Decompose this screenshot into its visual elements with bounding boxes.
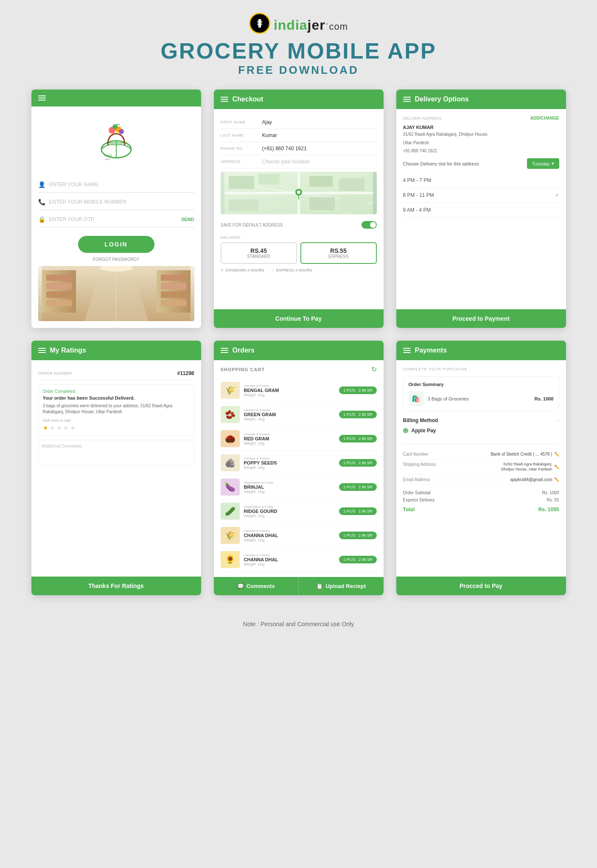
ratings-hamburger-icon[interactable] <box>38 348 46 353</box>
last-name-label: LAST NAME <box>221 133 259 137</box>
phone-value[interactable]: (+91) 860 740 1621 <box>262 146 377 151</box>
svg-rect-1 <box>257 21 262 22</box>
otp-field[interactable]: 🔒 ENTER YOUR OTP SEND <box>38 212 194 227</box>
item-6-image: 🥒 <box>221 503 240 520</box>
card-number-value: Bank of Sketch Credit ( ... 4578 ) ✏️ <box>490 452 559 456</box>
item-3-image: 🌰 <box>221 430 240 447</box>
upload-icon: 📋 <box>316 583 323 589</box>
name-field[interactable]: 👤 ENTER YOUR NAME <box>38 177 194 193</box>
shipping-address-value: 31/62 Rawli Agra Rakabganj, Dholpur Hous… <box>489 462 559 472</box>
address-line1: 31/62 Rawli Agra Rakabganj, Dholpur Hous… <box>403 132 559 137</box>
item-6-details: Vegetables & Fruits RIDGE GOURD Weight: … <box>244 505 335 518</box>
phone-label: PHONE NO <box>221 146 259 151</box>
send-button[interactable]: SEND <box>181 217 194 222</box>
item-6-category: Vegetables & Fruits <box>244 505 335 509</box>
standard-delivery-option[interactable]: RS.45 STANDARD <box>221 242 297 264</box>
proceed-to-payment-button[interactable]: Proceed to Payment <box>396 309 566 328</box>
save-default-toggle[interactable] <box>362 221 377 229</box>
subtotal-value: Rs. 1000 <box>542 490 559 495</box>
ratings-screen: My Ratings ORDER NUMBER #11298 Order Com… <box>31 341 201 595</box>
time-slot-2[interactable]: 8 PM - 11 PM ✓ <box>403 188 559 203</box>
address-value[interactable]: Choose your location <box>262 159 377 165</box>
time-slot-3[interactable]: 9 AM - 4 PM <box>403 203 559 218</box>
store-background <box>38 266 194 321</box>
billing-title-text: Billing Method <box>403 417 438 423</box>
item-5-category: Vegetables & Fruits <box>244 481 335 484</box>
checkout-header: Checkout <box>214 90 384 109</box>
refresh-icon[interactable]: ↻ <box>371 365 377 373</box>
deliver-address-label: DELIVER ADDRESS <box>403 116 442 120</box>
store-aisle-image <box>38 266 194 321</box>
comments-button[interactable]: 💬 Comments <box>214 577 299 595</box>
ratings-title: My Ratings <box>50 347 86 354</box>
shipping-address-row: Shipping Address 31/62 Rawli Agra Rakabg… <box>403 459 559 475</box>
comments-box[interactable]: Additional Comments <box>38 440 194 465</box>
item-1-name: BENGAL GRAM <box>244 388 335 393</box>
express-price: RS.55 <box>306 247 372 254</box>
payments-title: Payments <box>415 347 447 354</box>
billing-method-section: Billing Method › Apple Pay <box>403 417 559 444</box>
upload-label: Upload Reciept <box>325 583 366 589</box>
item-4-image: 🪨 <box>221 454 240 471</box>
time-slot-1[interactable]: 4 PM - 7 PM <box>403 173 559 188</box>
last-name-value[interactable]: Kumar <box>262 132 377 138</box>
star-1[interactable]: ★ <box>43 424 48 431</box>
delivery-hamburger-icon[interactable] <box>403 97 411 102</box>
proceed-to-pay-button[interactable]: Procced to Pay <box>396 577 566 595</box>
card-edit-icon[interactable]: ✏️ <box>554 452 559 456</box>
time-slot-1-label: 4 PM - 7 PM <box>403 177 432 183</box>
time-slot-3-label: 9 AM - 4 PM <box>403 207 431 213</box>
express-check-icon: ✓ <box>271 268 275 272</box>
star-5[interactable]: ★ <box>70 424 76 431</box>
shipping-edit-icon[interactable]: ✏️ <box>554 465 559 469</box>
phone-placeholder: ENTER YOUR MOBILE NUMBER <box>49 199 194 205</box>
address-line2: Uttar Pardesh <box>403 140 559 146</box>
rate-link[interactable]: click here to rate <box>43 418 190 423</box>
star-3[interactable]: ★ <box>56 424 62 431</box>
standard-check-icon: ✓ <box>221 268 224 272</box>
payments-header: Payments <box>396 341 566 360</box>
item-4-qty: 1 PC/S 2.96 SR <box>339 459 377 467</box>
login-button[interactable]: LOGIN <box>78 236 154 253</box>
first-name-value[interactable]: Ajay <box>262 119 377 125</box>
address-row: ADDRESS Choose your location <box>221 155 377 168</box>
phone-field[interactable]: 📞 ENTER YOUR MOBILE NUMBER <box>38 194 194 210</box>
star-rating[interactable]: ★ ★ ★ ★ ★ <box>43 424 190 431</box>
item-5-image: 🍆 <box>221 479 240 496</box>
item-1-qty: 1 PC/S 2.96 SR <box>339 386 377 394</box>
cart-item-1: 🌾 Cereals & Pulses BENGAL GRAM Weight: 1… <box>221 378 377 403</box>
svg-rect-22 <box>161 291 186 298</box>
orders-screen: Orders SHOPPING CART ↻ 🌾 Cereals & Pulse… <box>214 341 384 595</box>
page-header: indiajer.com GROCERY MOBILE APP FREE DOW… <box>160 13 436 77</box>
item-8-category: Cereals & Pulses <box>244 553 335 557</box>
item-6-weight: Weight: 1Kg <box>244 514 335 518</box>
item-4-weight: Weight: 1Kg <box>244 465 335 470</box>
item-2-weight: Weight: 1Kg <box>244 417 335 421</box>
express-delivery-option[interactable]: RS.55 EXPRESS <box>300 242 377 264</box>
name-placeholder: ENTER YOUR NAME <box>49 182 194 188</box>
payments-hamburger-icon[interactable] <box>403 348 411 353</box>
email-edit-icon[interactable]: ✏️ <box>554 477 559 482</box>
sub-title: FREE DOWNLOAD <box>238 64 359 77</box>
forgot-password-link[interactable]: FORGOT PASSWORD? <box>38 257 194 262</box>
deliver-address-header: DELIVER ADDRESS ADD/CHANGE <box>403 116 559 120</box>
add-change-button[interactable]: ADD/CHANGE <box>530 116 559 120</box>
apple-pay-radio[interactable] <box>403 428 408 433</box>
slot-label: Choose Delivery slot for this address <box>403 161 479 166</box>
shipping-address-label: Shipping Address <box>403 462 436 467</box>
day-selector[interactable]: Tuesday ▾ <box>527 158 559 169</box>
first-name-row: FIRST NAME Ajay <box>221 116 377 129</box>
cart-item-5: 🍆 Vegetables & Fruits BRINJAL Weight: 1K… <box>221 475 377 499</box>
hamburger-icon[interactable] <box>38 95 46 101</box>
checkout-hamburger-icon[interactable] <box>221 97 228 102</box>
star-4[interactable]: ★ <box>63 424 69 431</box>
star-2[interactable]: ★ <box>50 424 55 431</box>
continue-to-pay-button[interactable]: Continue To Pay <box>214 309 384 328</box>
payments-screen: Payments COMPLETE YOUR PURCHASE Order Su… <box>396 341 566 595</box>
standard-hours: ✓ STANDARD 4 HOURS <box>221 268 264 272</box>
thanks-for-ratings-button[interactable]: Thanks For Ratings <box>31 577 201 595</box>
upload-receipt-button[interactable]: 📋 Upload Reciept <box>299 577 384 595</box>
orders-hamburger-icon[interactable] <box>221 348 228 353</box>
item-6-qty: 1 PC/S 2.96 SR <box>339 507 377 515</box>
orders-footer: 💬 Comments 📋 Upload Reciept <box>214 577 384 595</box>
